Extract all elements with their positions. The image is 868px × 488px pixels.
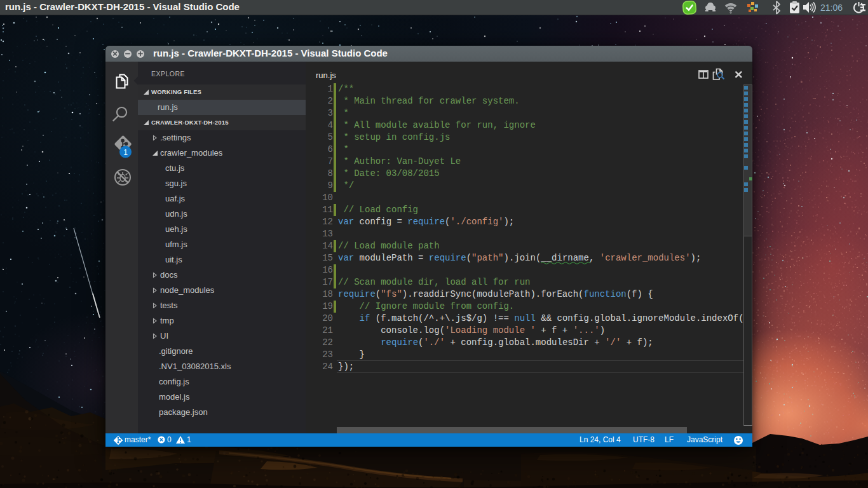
svg-text:1: 1: [123, 148, 128, 157]
